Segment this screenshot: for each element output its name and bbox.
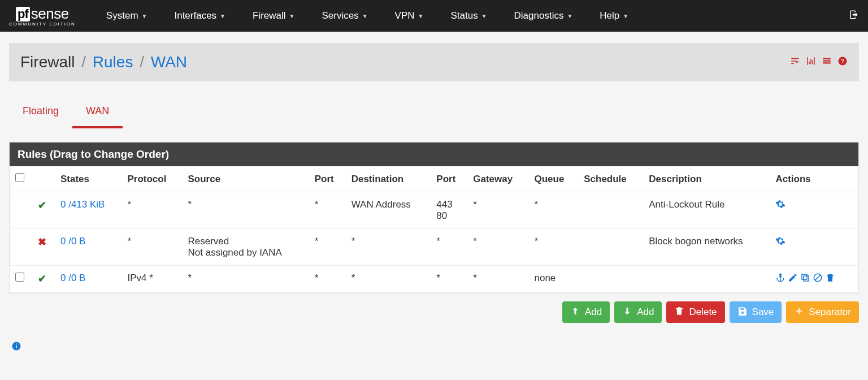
rules-table: StatesProtocolSourcePortDestinationPortG… bbox=[10, 166, 858, 293]
breadcrumb: Firewall / Rules / WAN bbox=[20, 53, 187, 71]
states-link[interactable]: 0 /413 KiB bbox=[60, 199, 105, 210]
cell-desc: Anti-Lockout Rule bbox=[643, 192, 770, 229]
column-header: Port bbox=[309, 166, 346, 192]
svg-rect-7 bbox=[16, 346, 17, 348]
top-navbar: pf sense COMMUNITY EDITION System▼Interf… bbox=[0, 0, 868, 32]
svg-text:?: ? bbox=[841, 57, 844, 64]
cell-desc bbox=[643, 266, 770, 293]
cell-dest: * bbox=[346, 266, 431, 293]
nav-items: System▼Interfaces▼Firewall▼Services▼VPN▼… bbox=[93, 0, 849, 32]
column-header: Description bbox=[643, 166, 770, 192]
cell-protocol: IPv4 * bbox=[121, 266, 182, 293]
caret-down-icon: ▼ bbox=[481, 13, 487, 19]
add-top-button[interactable]: Add bbox=[562, 301, 610, 323]
cell-dest: * bbox=[346, 229, 431, 266]
cell-queue: * bbox=[529, 229, 579, 266]
rules-panel: Rules (Drag to Change Order) StatesProto… bbox=[9, 142, 859, 293]
nav-firewall[interactable]: Firewall▼ bbox=[239, 0, 308, 32]
header-action-icons: ? bbox=[790, 56, 848, 69]
column-header: States bbox=[55, 166, 121, 192]
table-row[interactable]: ✔0 /413 KiB***WAN Address44380**Anti-Loc… bbox=[10, 192, 858, 229]
column-header: Destination bbox=[346, 166, 431, 192]
delete-label: Delete bbox=[689, 306, 717, 318]
column-header: Queue bbox=[529, 166, 579, 192]
breadcrumb-rules[interactable]: Rules bbox=[93, 53, 133, 71]
nav-help[interactable]: Help▼ bbox=[586, 0, 642, 32]
caret-down-icon: ▼ bbox=[418, 13, 424, 19]
save-icon bbox=[737, 306, 748, 318]
cell-queue: none bbox=[529, 266, 579, 293]
add-bottom-button[interactable]: Add bbox=[614, 301, 662, 323]
cell-sport: * bbox=[309, 229, 346, 266]
cell-gateway: * bbox=[467, 229, 528, 266]
save-label: Save bbox=[752, 306, 774, 318]
nav-status[interactable]: Status▼ bbox=[437, 0, 500, 32]
block-icon: ✖ bbox=[38, 236, 46, 248]
logo-box: pf bbox=[16, 7, 30, 21]
anchor-icon[interactable] bbox=[775, 274, 785, 285]
cell-gateway: * bbox=[467, 192, 528, 229]
cell-dest: WAN Address bbox=[346, 192, 431, 229]
cell-dport: * bbox=[431, 229, 467, 266]
caret-down-icon: ▼ bbox=[623, 13, 628, 19]
table-row[interactable]: ✔0 /0 BIPv4 ******none bbox=[10, 266, 858, 293]
arrow-down-icon bbox=[622, 306, 632, 318]
logo[interactable]: pf sense COMMUNITY EDITION bbox=[9, 5, 76, 27]
page-header: Firewall / Rules / WAN ? bbox=[9, 43, 859, 81]
log-icon[interactable] bbox=[822, 56, 832, 69]
table-row[interactable]: ✖0 /0 B*ReservedNot assigned by IANA****… bbox=[10, 229, 858, 266]
cell-sport: * bbox=[309, 192, 346, 229]
edit-icon[interactable] bbox=[788, 274, 798, 285]
breadcrumb-separator: / bbox=[140, 53, 144, 71]
delete-button[interactable]: Delete bbox=[666, 301, 724, 323]
tab-wan[interactable]: WAN bbox=[72, 98, 123, 128]
column-header: Gateway bbox=[467, 166, 528, 192]
settings-sliders-icon[interactable] bbox=[790, 56, 800, 69]
disable-icon[interactable] bbox=[813, 274, 823, 285]
row-checkbox[interactable] bbox=[15, 273, 24, 282]
svg-rect-2 bbox=[804, 276, 809, 281]
caret-down-icon: ▼ bbox=[142, 13, 147, 19]
cell-source: * bbox=[183, 192, 309, 229]
column-header bbox=[32, 166, 55, 192]
nav-diagnostics[interactable]: Diagnostics▼ bbox=[501, 0, 587, 32]
chart-icon[interactable] bbox=[806, 56, 816, 69]
breadcrumb-separator: / bbox=[81, 53, 86, 71]
nav-system[interactable]: System▼ bbox=[93, 0, 161, 32]
info-icon[interactable] bbox=[11, 340, 857, 355]
nav-interfaces[interactable]: Interfaces▼ bbox=[160, 0, 239, 32]
tab-floating[interactable]: Floating bbox=[9, 98, 72, 128]
cell-gateway: * bbox=[467, 266, 528, 293]
cell-schedule bbox=[578, 266, 643, 293]
save-button[interactable]: Save bbox=[730, 301, 782, 323]
trash-icon bbox=[674, 306, 684, 318]
column-header bbox=[10, 166, 32, 192]
arrow-up-icon bbox=[570, 306, 580, 318]
nav-services[interactable]: Services▼ bbox=[308, 0, 381, 32]
help-icon[interactable]: ? bbox=[837, 56, 848, 69]
logo-subtitle: COMMUNITY EDITION bbox=[9, 21, 76, 27]
gear-icon[interactable] bbox=[775, 200, 785, 211]
gear-icon[interactable] bbox=[775, 237, 785, 248]
states-link[interactable]: 0 /0 B bbox=[60, 273, 85, 283]
cell-source: ReservedNot assigned by IANA bbox=[183, 229, 309, 266]
trash-icon[interactable] bbox=[825, 274, 835, 285]
select-all-checkbox[interactable] bbox=[15, 173, 24, 182]
column-header: Source bbox=[183, 166, 309, 192]
logout-icon[interactable] bbox=[849, 10, 859, 23]
logo-text: sense bbox=[31, 5, 69, 23]
pass-icon: ✔ bbox=[38, 200, 46, 211]
cell-schedule bbox=[578, 192, 643, 229]
rules-panel-title: Rules (Drag to Change Order) bbox=[10, 142, 858, 166]
breadcrumb-firewall: Firewall bbox=[20, 53, 75, 71]
cell-dport: * bbox=[431, 266, 467, 293]
cell-desc: Block bogon networks bbox=[643, 229, 770, 266]
states-link[interactable]: 0 /0 B bbox=[60, 236, 85, 247]
separator-button[interactable]: Separator bbox=[786, 301, 859, 323]
svg-rect-3 bbox=[802, 274, 807, 279]
breadcrumb-wan[interactable]: WAN bbox=[151, 53, 187, 71]
separator-label: Separator bbox=[809, 306, 851, 318]
interface-tabs: FloatingWAN bbox=[9, 98, 859, 128]
copy-icon[interactable] bbox=[800, 274, 810, 285]
nav-vpn[interactable]: VPN▼ bbox=[381, 0, 437, 32]
